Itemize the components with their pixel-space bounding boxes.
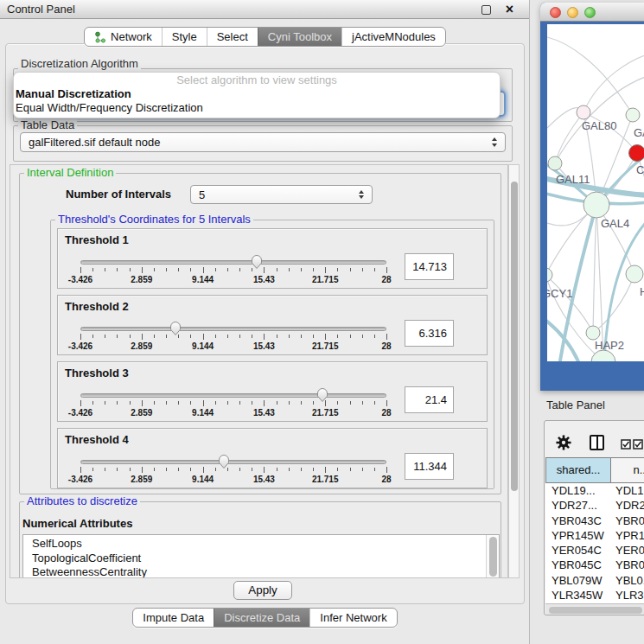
minor-tick xyxy=(166,401,167,405)
minimize-traffic-light-icon[interactable] xyxy=(567,7,578,18)
table-cell-shared-name: YBL079W xyxy=(545,573,609,588)
node-label: GAL4 xyxy=(601,217,629,230)
stepper-arrows-icon xyxy=(357,186,366,203)
tick-label: 2.859 xyxy=(131,408,152,418)
minor-tick xyxy=(277,468,277,471)
column-header-shared-name[interactable]: shared... xyxy=(545,457,611,483)
slider-thumb[interactable] xyxy=(217,452,231,469)
attribute-list-item[interactable]: SelfLoops xyxy=(23,537,499,552)
minor-tick xyxy=(117,268,118,271)
table-cell-shared-name: YPR145W xyxy=(545,528,609,543)
dropdown-option-manual[interactable]: Manual Discretization xyxy=(14,87,500,101)
algorithm-group-title: Discretization Algorithm xyxy=(18,58,141,70)
tab-jactivemnodules[interactable]: jActiveMNodules xyxy=(341,28,445,46)
table-row[interactable]: YDR27...YDR2... xyxy=(545,498,644,513)
column-header-name[interactable]: n... xyxy=(611,457,644,483)
minor-tick xyxy=(105,335,105,338)
attribute-list-item[interactable]: BetweennessCentrality xyxy=(23,565,499,578)
scrollbar-thumb[interactable] xyxy=(511,182,518,491)
tick-label: -3.426 xyxy=(68,475,92,484)
table-row[interactable]: YLR345WYLR3... xyxy=(545,588,644,603)
numerical-attributes-list[interactable]: SelfLoopsTopologicalCoefficientBetweenne… xyxy=(22,534,500,578)
minor-tick xyxy=(92,401,93,405)
tab-label: Discretize Data xyxy=(224,609,300,627)
minor-tick xyxy=(178,401,179,405)
minor-tick xyxy=(227,401,228,405)
apply-button[interactable]: Apply xyxy=(233,581,292,600)
table-row[interactable]: YBR043CYBR0... xyxy=(545,513,644,528)
slider-track[interactable] xyxy=(80,393,386,398)
tab-style[interactable]: Style xyxy=(162,28,207,46)
attribute-list-item[interactable]: TopologicalCoefficient xyxy=(23,552,499,566)
threshold-value-field[interactable]: 14.713 xyxy=(405,253,454,280)
major-tick xyxy=(142,267,143,273)
table-cell-name: YDL1... xyxy=(609,483,644,498)
table-horizontal-scrollbar[interactable] xyxy=(545,603,644,615)
minor-tick xyxy=(166,468,167,471)
table-cell-shared-name: YBR045C xyxy=(545,558,609,572)
dropdown-option-equal-width[interactable]: Equal Width/Frequency Discretization xyxy=(14,101,500,115)
minor-tick xyxy=(350,268,351,271)
slider-track[interactable] xyxy=(80,327,386,331)
minor-tick xyxy=(92,468,93,471)
settings-vertical-scrollbar[interactable] xyxy=(508,164,520,578)
table-row[interactable]: YER054CYER0... xyxy=(545,543,644,558)
tab-select[interactable]: Select xyxy=(207,28,258,46)
slider-track[interactable] xyxy=(80,260,386,265)
table-row[interactable]: YPR145WYPR1... xyxy=(545,528,644,543)
float-window-icon[interactable] xyxy=(481,5,491,15)
major-tick xyxy=(80,400,81,406)
threshold-value-field[interactable]: 11.344 xyxy=(405,453,454,480)
major-tick xyxy=(264,267,265,273)
minor-tick xyxy=(154,268,155,271)
tab-cyni-toolbox[interactable]: Cyni Toolbox xyxy=(258,28,341,46)
minor-tick xyxy=(117,401,118,405)
major-tick xyxy=(142,334,143,340)
zoom-traffic-light-icon[interactable] xyxy=(584,7,596,18)
table-row[interactable]: YBR045CYBR0... xyxy=(545,558,644,572)
close-icon[interactable]: × xyxy=(506,1,513,18)
slider-thumb[interactable] xyxy=(316,386,329,403)
table-row[interactable]: YBL079WYBL0... xyxy=(545,573,644,588)
slider-track[interactable] xyxy=(80,460,386,464)
tab-impute-data[interactable]: Impute Data xyxy=(133,609,214,627)
scrollbar-thumb[interactable] xyxy=(549,607,642,614)
gear-icon[interactable] xyxy=(556,435,571,450)
checkbox-icons[interactable] xyxy=(621,439,643,450)
network-view-window: GAL80 GA C GAL11 GAL4 GCY1 H HAP2 xyxy=(540,3,644,391)
tick-label: 28 xyxy=(381,275,391,284)
tick-label: 28 xyxy=(381,341,391,351)
tab-discretize-data[interactable]: Discretize Data xyxy=(214,609,309,627)
threshold-panel-4: Threshold 4-3.4262.8599.14415.4321.71528… xyxy=(57,428,488,488)
slider-thumb[interactable] xyxy=(169,319,182,336)
threshold-value-field[interactable]: 6.316 xyxy=(405,320,454,347)
major-tick xyxy=(264,334,265,340)
dropdown-prompt: Select algorithm to view settings xyxy=(14,73,500,87)
minor-tick xyxy=(154,401,155,405)
tab-network[interactable]: Network xyxy=(85,28,162,46)
threshold-value-field[interactable]: 21.4 xyxy=(405,386,454,413)
num-intervals-combobox[interactable]: 5 xyxy=(190,185,373,204)
slider-thumb[interactable] xyxy=(250,252,264,270)
attributes-list-scrollbar[interactable] xyxy=(486,535,499,578)
table-cell-name: YBR0... xyxy=(609,558,644,572)
table-cell-name: YER0... xyxy=(609,543,644,558)
table-data-value: galFiltered.sif default node xyxy=(29,133,160,151)
table-row[interactable]: YDL19...YDL1... xyxy=(545,483,644,498)
scrollbar-thumb[interactable] xyxy=(489,537,497,577)
close-traffic-light-icon[interactable] xyxy=(550,7,561,18)
column-layout-icon[interactable] xyxy=(590,435,604,450)
table-cell-shared-name: YDR27... xyxy=(545,498,609,513)
major-tick xyxy=(203,267,204,273)
table-cell-name: YPR1... xyxy=(609,528,644,543)
minor-tick xyxy=(289,468,290,471)
tab-infer-network[interactable]: Infer Network xyxy=(309,609,396,627)
network-canvas[interactable]: GAL80 GA C GAL11 GAL4 GCY1 H HAP2 xyxy=(547,24,644,361)
minor-tick xyxy=(301,468,302,471)
tick-label: -3.426 xyxy=(68,408,92,418)
top-tab-row: NetworkStyleSelectCyni ToolboxjActiveMNo… xyxy=(0,27,530,47)
table-data-combobox[interactable]: galFiltered.sif default node xyxy=(20,132,506,152)
tab-label: Impute Data xyxy=(143,609,204,627)
attributes-group-title: Attributes to discretize xyxy=(24,495,140,507)
minor-tick xyxy=(313,268,314,271)
